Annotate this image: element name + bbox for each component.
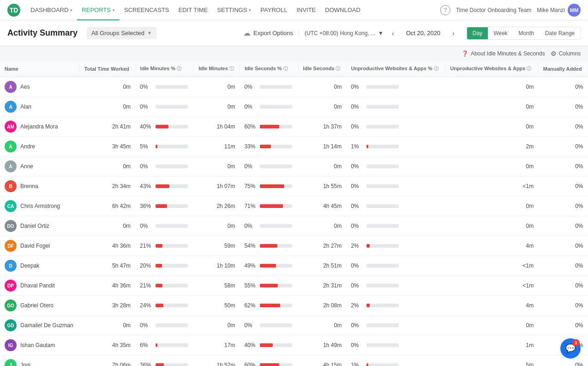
name-cell[interactable]: A Anne <box>0 157 79 177</box>
unprod-pct-cell: 0% <box>346 157 445 177</box>
unprod-pct-cell: 0% <box>346 177 445 196</box>
page-title: Activity Summary <box>7 28 78 38</box>
unprod-bar <box>366 165 399 168</box>
unprod-pct-val: 2% <box>351 302 364 309</box>
name-cell[interactable]: GO Gabriel Otero <box>0 296 79 316</box>
timezone-selector[interactable]: (UTC +08:00) Hong Kong, ... ▼ <box>299 30 384 37</box>
name-cell[interactable]: DP Dhaval Pandit <box>0 276 79 296</box>
unprod-bar <box>366 184 399 188</box>
name-cell[interactable]: CA Chris Armstrong <box>0 196 79 216</box>
nav-item-invite[interactable]: INVITE <box>292 0 320 20</box>
idle-min-pct-val: 20% <box>140 262 153 269</box>
name-cell[interactable]: B Brenna <box>0 177 79 196</box>
unprod-pct-cell: 0% <box>346 276 445 296</box>
user-name-label: Gabriel Otero <box>20 302 54 309</box>
total-time-cell: 2h 34m <box>79 177 135 196</box>
unprod-cell: 4m <box>445 296 538 316</box>
unprod-bar <box>366 224 399 228</box>
nav-item-edit-time[interactable]: EDIT TIME <box>174 0 213 20</box>
idle-min-bar-fill <box>156 264 162 268</box>
idle-sec-bar-fill <box>260 343 273 347</box>
date-tab-month[interactable]: Month <box>513 27 540 39</box>
unprod-pct-val: 1% <box>351 362 364 366</box>
timezone-label: (UTC +08:00) Hong Kong, ... <box>305 30 375 37</box>
name-cell[interactable]: DF David Fogel <box>0 236 79 256</box>
avatar: A <box>5 81 17 93</box>
unprod-pct-cell: 0% <box>346 77 445 97</box>
date-tab-date-range[interactable]: Date Range <box>540 27 580 39</box>
idle-sec-cell: 4h 45m <box>298 196 346 216</box>
columns-button[interactable]: ⚙ Columns <box>551 50 581 57</box>
table-row: DO Daniel Ortiz 0m 0% 0m 0% 0m 0% 0m0% <box>0 216 588 236</box>
idle-min-bar <box>156 184 188 188</box>
nav-item-screencasts[interactable]: SCREENCASTS <box>120 0 174 20</box>
nav-item-dashboard[interactable]: DASHBOARD▾ <box>26 0 77 20</box>
unprod-pct-cell: 0% <box>346 256 445 276</box>
name-cell[interactable]: D Deepak <box>0 256 79 276</box>
idle-min-pct-val: 0% <box>140 223 153 229</box>
idle-min-bar-fill <box>156 304 163 307</box>
user-name-label: Deepak <box>20 262 39 269</box>
groups-dropdown[interactable]: All Groups Selected ▼ <box>87 27 156 39</box>
cloud-icon: ☁ <box>243 29 251 37</box>
total-time-cell: 4h 35m <box>79 336 135 355</box>
info-icon[interactable]: ⓘ <box>336 66 340 71</box>
name-cell[interactable]: A Andre <box>0 137 79 157</box>
idle-sec-pct-cell: 0% <box>240 77 298 97</box>
nav-item-reports[interactable]: REPORTS▾ <box>77 0 120 20</box>
idle-sec-pct-cell: 0% <box>240 216 298 236</box>
logo[interactable]: TD <box>7 4 20 17</box>
idle-sec-pct-val: 62% <box>244 302 257 309</box>
info-icon[interactable]: ⓘ <box>283 66 288 71</box>
idle-min-cell: 59m <box>194 236 240 256</box>
table-row: A Anne 0m 0% 0m 0% 0m 0% 0m0% <box>0 157 588 177</box>
idle-min-bar-fill <box>156 145 157 148</box>
date-tab-week[interactable]: Week <box>488 27 513 39</box>
next-date-button[interactable]: › <box>450 28 457 39</box>
idle-min-pct-cell: 0% <box>135 216 194 236</box>
export-button[interactable]: ☁ Export Options <box>243 29 293 37</box>
idle-sec-pct-cell: 75% <box>240 177 298 196</box>
nav-item-payroll[interactable]: PAYROLL <box>256 0 292 20</box>
name-cell[interactable]: J Joni <box>0 355 79 366</box>
idle-sec-bar <box>260 224 292 228</box>
unprod-cell: 0m <box>445 157 538 177</box>
name-cell[interactable]: AM Alejandra Mora <box>0 117 79 137</box>
idle-min-cell: 58m <box>194 276 240 296</box>
idle-sec-pct-cell: 60% <box>240 117 298 137</box>
name-cell[interactable]: IG Ishan Gautam <box>0 336 79 355</box>
info-icon[interactable]: ⓘ <box>177 66 181 71</box>
name-cell[interactable]: DO Daniel Ortiz <box>0 216 79 236</box>
idle-sec-bar <box>260 304 292 307</box>
name-cell[interactable]: A Aes <box>0 77 79 97</box>
idle-min-pct-cell: 0% <box>135 157 194 177</box>
nav-item-settings[interactable]: SETTINGS▾ <box>212 0 256 20</box>
name-cell[interactable]: GD Gamaliel De Guzman <box>0 316 79 336</box>
about-idle-button[interactable]: ❓ About Idle Minutes & Seconds <box>462 50 545 57</box>
info-icon[interactable]: ⓘ <box>434 66 438 71</box>
table-row: GO Gabriel Otero 3h 28m 24% 50m 62% 2h 0… <box>0 296 588 316</box>
unprod-pct-cell: 1% <box>346 137 445 157</box>
nav-item-download[interactable]: DOWNLOAD <box>320 0 365 20</box>
idle-min-cell: 0m <box>194 316 240 336</box>
options-row: ❓ About Idle Minutes & Seconds ⚙ Columns <box>0 46 588 61</box>
idle-min-pct-val: 0% <box>140 163 153 170</box>
user-name-label: Aes <box>20 84 30 90</box>
help-button[interactable]: ? <box>440 5 450 15</box>
chat-button[interactable]: 💬 3 <box>560 338 581 359</box>
idle-sec-cell: 1h 14m <box>298 137 346 157</box>
name-cell[interactable]: A Alan <box>0 97 79 117</box>
idle-min-cell: 50m <box>194 296 240 316</box>
date-tab-day[interactable]: Day <box>467 27 488 39</box>
idle-sec-bar <box>260 323 292 327</box>
chevron-down-icon: ▾ <box>113 8 115 12</box>
prev-date-button[interactable]: ‹ <box>389 28 397 39</box>
idle-min-cell: 0m <box>194 216 240 236</box>
toolbar: Activity Summary All Groups Selected ▼ ☁… <box>0 20 588 46</box>
user-menu[interactable]: Mike Manzi MM <box>537 4 581 17</box>
info-icon[interactable]: ⓘ <box>527 66 531 71</box>
total-time-cell: 4h 36m <box>79 276 135 296</box>
info-icon[interactable]: ⓘ <box>229 66 234 71</box>
chat-badge: 3 <box>572 339 580 347</box>
idle-sec-bar-fill <box>260 363 279 366</box>
